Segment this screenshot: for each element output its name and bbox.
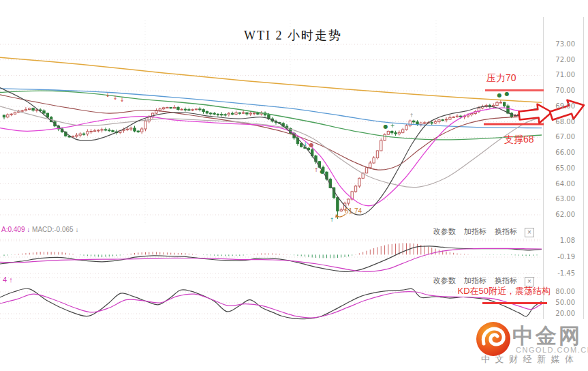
change-params-button[interactable]: 改参数 bbox=[433, 227, 456, 235]
kd-structure-annotation: KD在50附近，震荡结构 bbox=[422, 285, 551, 297]
macd-down-arrow-icon: ↓ bbox=[75, 226, 78, 233]
kd-value-readout: 4 ↑ bbox=[3, 276, 13, 284]
macd-tick-label: -0.19 bbox=[545, 253, 575, 261]
ma-black-line bbox=[0, 88, 542, 216]
support-annotation: 支撑68 bbox=[504, 134, 534, 146]
change-params-button[interactable]: 改参数 bbox=[433, 276, 456, 284]
switch-indicator-button[interactable]: 换指标 bbox=[495, 276, 517, 284]
price-tick-label: 63.00 bbox=[545, 195, 575, 203]
chart-title: WTI 2 小时走势 bbox=[225, 27, 361, 44]
ma-green-line bbox=[0, 91, 542, 140]
candlestick-series bbox=[3, 100, 538, 219]
signal-marker-icon: ● bbox=[320, 168, 325, 175]
signal-marker-icon: ↑ bbox=[330, 217, 335, 223]
macd-value-readout: A:0.409 ↓ MACD:-0.065 ↓ bbox=[1, 226, 78, 233]
macd-tick-label: 1.08 bbox=[545, 237, 575, 244]
macd-tick-label: -1.45 bbox=[545, 269, 575, 277]
signal-marker-icon: ↓ bbox=[113, 95, 118, 101]
support-line bbox=[484, 123, 544, 125]
ma-magenta-line bbox=[0, 108, 542, 206]
price-tick-label: 72.00 bbox=[545, 56, 575, 63]
ma-long-orange-line bbox=[0, 57, 542, 102]
signal-marker-icon: ↑ bbox=[314, 167, 319, 173]
chart-canvas: ↓↓↓↓●↑●↑●+↑●● bbox=[0, 0, 588, 371]
price-tick-label: 64.00 bbox=[545, 180, 575, 188]
signal-marker-icon: ↓ bbox=[120, 97, 125, 103]
price-tick-label: 66.00 bbox=[545, 149, 575, 156]
logo-tagline-text: 中文财经新媒体 bbox=[481, 353, 579, 366]
macd-dif-line bbox=[0, 246, 542, 272]
add-indicator-button[interactable]: 加指标 bbox=[464, 227, 486, 235]
kd-tick-label: 80.00 bbox=[545, 288, 575, 295]
signal-marker-icon: ↓ bbox=[106, 92, 110, 98]
close-icon[interactable]: × bbox=[525, 228, 534, 237]
switch-indicator-button[interactable]: 换指标 bbox=[495, 227, 517, 235]
signal-marker-icon: ● bbox=[309, 142, 314, 148]
ma-blue-line bbox=[0, 89, 542, 128]
price-tick-label: 71.00 bbox=[545, 71, 575, 78]
macd-toolbar: 改参数 加指标 换指标 × bbox=[398, 226, 534, 237]
chart-page: ↓↓↓↓●↑●↑●+↑●● WTI 2 小时走势 压力70 支撑68 61.74… bbox=[0, 0, 588, 371]
signal-marker-icon: ● bbox=[384, 123, 388, 130]
low-price-label: 61.74 bbox=[345, 207, 362, 215]
price-tick-label: 69.00 bbox=[545, 102, 575, 110]
close-icon[interactable]: × bbox=[525, 277, 534, 286]
dea-down-arrow-icon: ↓ bbox=[27, 226, 30, 233]
signal-marker-icon: + bbox=[390, 123, 395, 129]
macd-value: MACD:-0.065 bbox=[32, 226, 74, 233]
price-tick-label: 62.00 bbox=[545, 211, 575, 218]
kd-note-underline bbox=[482, 302, 547, 304]
price-tick-label: 68.00 bbox=[545, 118, 575, 125]
macd-histogram bbox=[4, 243, 537, 258]
kd-tick-label: 50.00 bbox=[545, 299, 575, 306]
price-tick-label: 67.00 bbox=[545, 133, 575, 140]
kd-tick-label: 20.00 bbox=[545, 310, 575, 317]
add-indicator-button[interactable]: 加指标 bbox=[464, 276, 486, 284]
price-tick-label: 70.00 bbox=[545, 87, 575, 94]
resistance-line bbox=[485, 89, 544, 91]
kd-toolbar: 改参数 加指标 换指标 × bbox=[398, 276, 534, 286]
price-tick-label: 65.00 bbox=[545, 164, 575, 172]
signal-marker-icon: ● bbox=[497, 92, 502, 98]
dea-value: A:0.409 bbox=[1, 226, 25, 233]
resistance-annotation: 压力70 bbox=[486, 72, 516, 85]
signal-marker-icon: ● bbox=[505, 91, 510, 97]
signal-marker-icon: ↑ bbox=[409, 113, 414, 119]
signal-marker-icon: ↓ bbox=[303, 141, 308, 147]
price-tick-label: 73.00 bbox=[545, 40, 575, 48]
